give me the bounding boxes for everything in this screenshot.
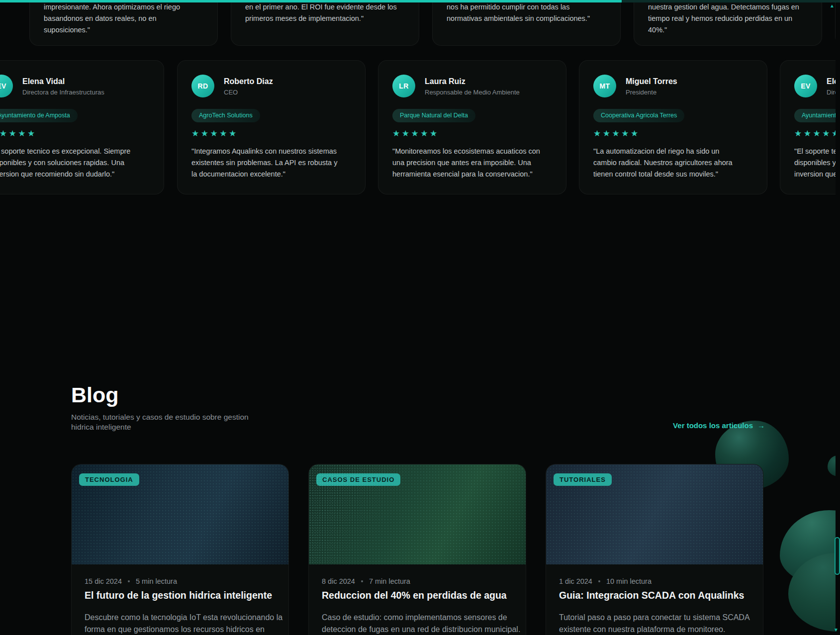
article-date: 15 dic 2024 — [85, 577, 122, 585]
decorative-blob — [828, 455, 836, 476]
quote-line: "El soporte tecnico es excepcional. Siem… — [794, 146, 836, 157]
excerpt-line: Tutorial paso a paso para conectar tu si… — [559, 612, 750, 624]
quote-line: basandonos en datos reales, no en — [44, 13, 208, 24]
company-badge: Parque Natural del Delta — [392, 109, 475, 122]
quote-line: inversion que recomiendo sin dudarlo." — [0, 169, 157, 180]
scroll-progress-fill — [0, 0, 622, 2]
quote-line: nos ha permitido cumplir con todas las — [447, 1, 611, 13]
article-read-time: 10 min lectura — [606, 577, 652, 585]
quote-line: "El soporte tecnico es excepcional. Siem… — [0, 146, 157, 157]
rating-stars-icon: ★★★★★ — [191, 128, 238, 139]
quote-line: la documentacion excelente." — [191, 169, 358, 180]
testimonial-card-elena-vidal: EV Elena Vidal Directora de Infraestruct… — [0, 60, 164, 194]
article-excerpt: Caso de estudio: como implementamos sens… — [322, 612, 520, 635]
testimonial-card-roberto-diaz: RD Roberto Diaz CEO AgroTech Solutions ★… — [177, 60, 366, 194]
testimonial-quote: impresionante. Ahora optimizamos el rieg… — [44, 1, 208, 36]
author-name: Miguel Torres — [626, 77, 677, 86]
blog-section-title: Blog — [71, 383, 119, 407]
arrow-right-icon: → — [757, 421, 765, 430]
rating-stars-icon: ★★★★★ — [593, 128, 640, 139]
excerpt-line: Caso de estudio: como implementamos sens… — [322, 612, 520, 624]
rating-stars-icon: ★★★★★ — [794, 128, 836, 139]
quote-line: cambio radical. Nuestros agricultores ah… — [593, 157, 760, 169]
article-meta: 15 dic 2024 5 min lectura — [85, 577, 177, 585]
page-content: impresionante. Ahora optimizamos el rieg… — [0, 0, 836, 635]
quote-line: tiempo real y hemos reducido perdidas en… — [648, 13, 813, 24]
testimonial-quote: "El soporte tecnico es excepcional. Siem… — [794, 146, 836, 180]
author-name: Elena Vidal — [827, 77, 836, 86]
quote-line: "La automatizacion del riego ha sido un — [593, 146, 760, 157]
author-name: Laura Ruiz — [425, 77, 466, 86]
scrollbar-thumb[interactable] — [835, 537, 840, 575]
quote-line: 40%." — [648, 24, 813, 36]
quote-line: tienen control total desde sus moviles." — [593, 169, 760, 180]
quote-line: existentes sin problemas. La API es robu… — [191, 157, 358, 169]
blog-card-tecnologia[interactable]: TECNOLOGIA 15 dic 2024 5 min lectura El … — [71, 464, 289, 635]
article-cover-image: TECNOLOGIA — [72, 464, 288, 564]
author-role: Directora de Infraestructuras — [827, 89, 836, 96]
rating-stars-icon: ★★★★★ — [0, 128, 37, 139]
blog-card-casos-de-estudio[interactable]: CASOS DE ESTUDIO 8 dic 2024 7 min lectur… — [308, 464, 526, 635]
company-badge: Cooperativa Agricola Terres — [593, 109, 684, 122]
avatar: RD — [191, 75, 214, 97]
quote-line: en el primer ano. El ROI fue evidente de… — [245, 1, 410, 13]
article-meta: 8 dic 2024 7 min lectura — [322, 577, 410, 585]
article-read-time: 5 min lectura — [136, 577, 177, 585]
author-name: Elena Vidal — [22, 77, 65, 86]
quote-line: nuestra gestion del agua. Detectamos fug… — [648, 1, 813, 13]
article-read-time: 7 min lectura — [369, 577, 410, 585]
category-badge: CASOS DE ESTUDIO — [316, 473, 400, 486]
article-title[interactable]: Guia: Integracion SCADA con Aqualinks — [559, 590, 744, 601]
scroll-down-arrow-icon[interactable]: ▼ — [834, 627, 839, 633]
blog-card-tutoriales[interactable]: TUTORIALES 1 dic 2024 10 min lectura Gui… — [546, 464, 763, 635]
article-cover-image: CASOS DE ESTUDIO — [309, 464, 526, 564]
quote-line: inversion que recomiendo sin dudarlo." — [794, 169, 836, 180]
testimonial-card-miguel-torres: MT Miguel Torres Presidente Cooperativa … — [579, 60, 767, 194]
avatar-initials: RD — [197, 82, 208, 90]
excerpt-line: deteccion de fugas en una red de distrib… — [322, 624, 520, 635]
author-role: CEO — [224, 89, 238, 96]
quote-line: primeros meses de implementacion." — [245, 13, 410, 24]
quote-line: disponibles y con soluciones rapidas. Un… — [794, 157, 836, 169]
author-name: Roberto Diaz — [224, 77, 273, 86]
quote-line: una precision que antes era imposible. U… — [392, 157, 559, 169]
blog-section-subtitle: Noticias, tutoriales y casos de estudio … — [71, 412, 249, 432]
article-excerpt: Descubre como la tecnologia IoT esta rev… — [85, 612, 282, 635]
testimonial-quote: nos ha permitido cumplir con todas las n… — [447, 1, 611, 24]
quote-line: herramienta esencial para la conservacio… — [392, 169, 559, 180]
article-title[interactable]: El futuro de la gestion hidrica intelige… — [85, 590, 272, 601]
subtitle-line: Noticias, tutoriales y casos de estudio … — [71, 412, 249, 422]
dot-separator-icon — [361, 580, 363, 582]
category-badge: TUTORIALES — [554, 473, 612, 486]
article-title[interactable]: Reduccion del 40% en perdidas de agua — [322, 590, 507, 601]
avatar: EV — [794, 75, 817, 97]
quote-line: disponibles y con soluciones rapidas. Un… — [0, 157, 157, 169]
avatar-initials: LR — [399, 82, 409, 90]
quote-line: suposiciones." — [44, 24, 208, 36]
quote-line: "Monitoreamos los ecosistemas acuaticos … — [392, 146, 559, 157]
article-date: 8 dic 2024 — [322, 577, 355, 585]
author-role: Directora de Infraestructuras — [22, 89, 104, 96]
avatar: LR — [392, 75, 415, 97]
testimonial-quote-card: en el primer ano. El ROI fue evidente de… — [231, 0, 419, 46]
testimonial-quote-card: nos ha permitido cumplir con todas las n… — [432, 0, 621, 46]
excerpt-line: forma en que gestionamos los recursos hi… — [85, 624, 282, 635]
avatar-initials: MT — [599, 82, 610, 90]
view-all-articles-link[interactable]: Ver todos los articulos→ — [673, 421, 765, 430]
scroll-up-arrow-icon[interactable]: ▲ — [830, 3, 835, 9]
testimonial-quote: "Integramos Aqualinks con nuestros siste… — [191, 146, 358, 180]
subtitle-line: hidrica inteligente — [71, 422, 249, 432]
avatar: EV — [0, 75, 13, 97]
testimonial-quote-card: impresionante. Ahora optimizamos el rieg… — [29, 0, 218, 46]
avatar-initials: EV — [0, 82, 6, 90]
article-excerpt: Tutorial paso a paso para conectar tu si… — [559, 612, 750, 635]
testimonial-quote: "La automatizacion del riego ha sido un … — [593, 146, 760, 180]
category-badge: TECNOLOGIA — [79, 473, 139, 486]
author-role: Presidente — [626, 89, 656, 96]
author-role: Responsable de Medio Ambiente — [425, 89, 520, 96]
testimonial-quote: "El soporte tecnico es excepcional. Siem… — [0, 146, 157, 180]
view-all-label: Ver todos los articulos — [673, 421, 753, 430]
article-cover-image: TUTORIALES — [546, 464, 763, 564]
quote-line: impresionante. Ahora optimizamos el rieg… — [44, 1, 208, 13]
testimonial-quote-card: nuestra gestion del agua. Detectamos fug… — [634, 0, 822, 46]
